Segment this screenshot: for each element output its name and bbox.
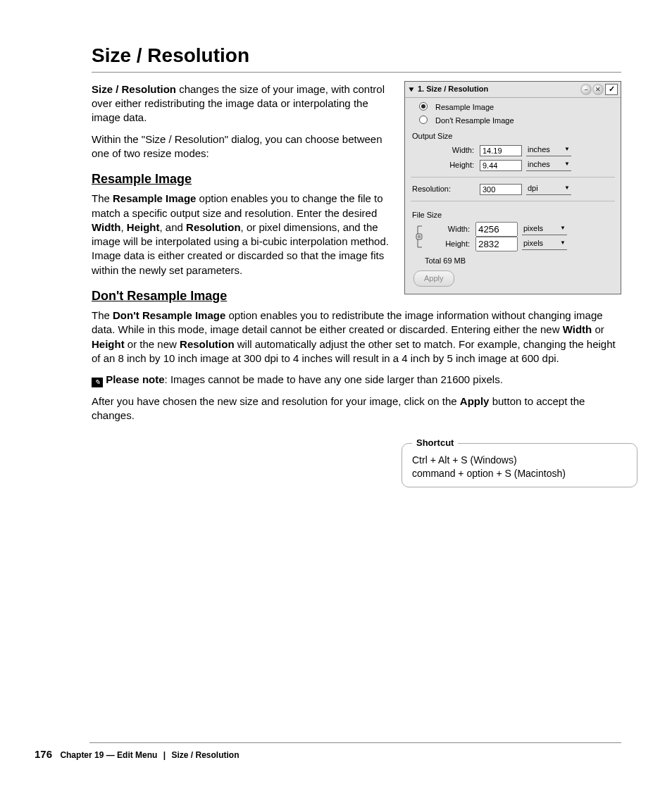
output-width-input[interactable] (480, 145, 522, 156)
unit-label: inches (528, 144, 550, 155)
output-height-unit-dropdown[interactable]: inches ▼ (526, 159, 571, 171)
unit-label: pixels (523, 238, 543, 249)
chevron-down-icon: ▼ (564, 146, 570, 154)
shortcut-legend: Shortcut (412, 437, 458, 449)
dialog-title: 1. Size / Resolution (418, 84, 488, 94)
radio-label: Resample Image (435, 103, 494, 111)
unit-label: dpi (528, 183, 538, 194)
size-resolution-dialog: ▼ 1. Size / Resolution – ✕ ✓ Resample Im… (404, 81, 621, 294)
unit-label: inches (528, 159, 550, 170)
output-size-label: Output Size (409, 127, 616, 143)
please-note: ✎ Please note: Images cannot be made to … (92, 373, 621, 387)
chevron-down-icon: ▼ (560, 239, 566, 247)
note-icon: ✎ (92, 378, 103, 387)
svg-rect-0 (416, 234, 422, 239)
shortcut-mac: command + option + S (Macintosh) (412, 467, 627, 480)
filesize-width-unit-dropdown[interactable]: pixels ▼ (522, 223, 567, 235)
height-label: Height: (422, 160, 475, 170)
filesize-height-input[interactable] (475, 237, 518, 251)
radio-label: Don't Resample Image (435, 116, 514, 125)
radio-on-icon (419, 102, 428, 111)
output-width-unit-dropdown[interactable]: inches ▼ (526, 144, 571, 156)
page-footer: 176 Chapter 19 — Edit Menu | Size / Reso… (0, 742, 672, 761)
apply-button[interactable]: Apply (413, 270, 454, 287)
output-height-input[interactable] (480, 160, 522, 171)
chevron-down-icon: ▼ (564, 161, 570, 168)
dialog-titlebar: ▼ 1. Size / Resolution – ✕ ✓ (405, 82, 621, 98)
file-size-label: File Size (409, 206, 616, 222)
filesize-width-input[interactable] (475, 222, 518, 237)
resolution-input[interactable] (480, 184, 522, 195)
radio-resample-image[interactable]: Resample Image (409, 101, 616, 114)
shortcut-windows: Ctrl + Alt + S (Windows) (412, 454, 627, 467)
width-label: Width: (422, 145, 475, 156)
commit-checkmark-button[interactable]: ✓ (605, 84, 618, 95)
resolution-unit-dropdown[interactable]: dpi ▼ (526, 183, 571, 195)
radio-dont-resample-image[interactable]: Don't Resample Image (409, 114, 616, 127)
dont-resample-paragraph: The Don't Resample Image option enables … (92, 309, 621, 366)
fs-height-label: Height: (430, 239, 471, 249)
page-number: 176 (35, 748, 52, 760)
close-icon[interactable]: ✕ (593, 85, 603, 94)
minimize-icon[interactable]: – (581, 85, 591, 94)
page-title: Size / Resolution (92, 42, 621, 73)
unit-label: pixels (523, 223, 543, 234)
shortcut-box: Shortcut Ctrl + Alt + S (Windows) comman… (402, 443, 637, 488)
fs-width-label: Width: (430, 224, 471, 235)
filesize-height-unit-dropdown[interactable]: pixels ▼ (522, 238, 567, 250)
resolution-label: Resolution: (412, 184, 475, 194)
chevron-down-icon: ▼ (560, 225, 566, 232)
radio-off-icon (419, 116, 428, 124)
link-dimensions-icon[interactable] (413, 225, 426, 249)
chevron-down-icon: ▼ (564, 185, 570, 192)
footer-chapter: Chapter 19 — Edit Menu (60, 750, 157, 760)
total-filesize: Total 69 MB (409, 251, 616, 269)
apply-paragraph: After you have chosen the new size and r… (92, 394, 621, 423)
disclosure-triangle-icon[interactable]: ▼ (407, 85, 416, 94)
footer-section: Size / Resolution (171, 750, 239, 760)
